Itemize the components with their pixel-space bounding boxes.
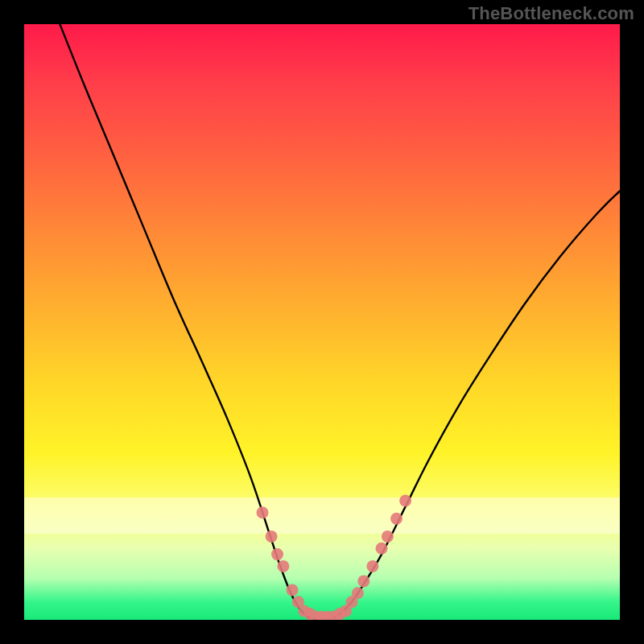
- marker-point: [376, 543, 388, 555]
- marker-point: [399, 495, 411, 507]
- marker-point: [390, 513, 402, 525]
- watermark-text: TheBottleneck.com: [469, 3, 634, 24]
- marker-point: [257, 506, 269, 518]
- marker-point: [382, 530, 394, 543]
- highlighted-points-group: [257, 495, 412, 621]
- curve-svg: [24, 24, 620, 620]
- marker-point: [366, 560, 378, 572]
- marker-point: [357, 575, 369, 587]
- marker-point: [277, 560, 289, 572]
- marker-point: [271, 548, 283, 560]
- bottleneck-curve: [60, 24, 620, 620]
- chart-frame: TheBottleneck.com: [0, 0, 644, 644]
- marker-point: [352, 587, 364, 599]
- plot-area: [24, 24, 620, 620]
- marker-point: [266, 530, 278, 543]
- marker-point: [287, 584, 299, 597]
